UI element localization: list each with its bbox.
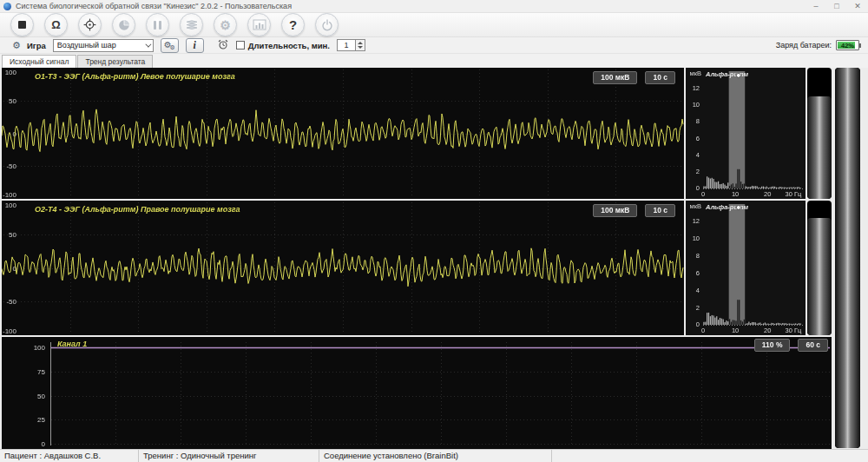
spectrum-canvas	[686, 68, 806, 199]
bar-chart-icon	[253, 19, 266, 30]
battery-label: Заряд батареи:	[776, 41, 832, 50]
spectrum-panel-left	[686, 68, 806, 199]
status-patient: Пациент : Авдашков С.В.	[0, 450, 139, 462]
power-button[interactable]	[315, 13, 339, 36]
status-training: Тренинг : Одиночный тренинг	[139, 450, 319, 462]
status-empty	[552, 450, 868, 462]
scale-badge: 100 мкВ	[593, 204, 637, 217]
title-bar: Система биологической обратной связи "Ки…	[0, 0, 868, 13]
battery-nub	[859, 43, 861, 48]
app-logo-icon	[3, 3, 11, 10]
info-icon: i	[194, 39, 196, 52]
eeg-waveform-canvas	[2, 201, 684, 335]
level-bar-left	[807, 68, 832, 199]
level-fill	[807, 218, 832, 335]
layers-icon	[185, 19, 199, 31]
calibration-button[interactable]	[78, 13, 102, 36]
settings-button[interactable]: ⚙	[214, 13, 237, 36]
scale-badge: 100 мкВ	[593, 71, 637, 84]
eeg-chart-title: O2-T4 - ЭЭГ (Альфа-ритм) Правое полушари…	[35, 205, 240, 214]
game-info-button[interactable]: i	[186, 38, 204, 53]
level-fill	[807, 96, 832, 199]
close-button[interactable]: ✕	[847, 0, 868, 12]
duration-label: Длительность, мин.	[248, 41, 330, 50]
game-options-button[interactable]: ⚙⚙	[161, 38, 179, 53]
status-bar: Пациент : Авдашков С.В. Тренинг : Одиноч…	[0, 449, 868, 462]
target-icon	[83, 18, 96, 31]
channel-row-1: O1-T3 - ЭЭГ (Альфа-ритм) Левое полушарие…	[2, 68, 866, 199]
duration-value[interactable]: 1	[337, 39, 356, 51]
trend-canvas	[2, 337, 832, 449]
question-icon: ?	[289, 18, 297, 31]
tab-bar: Исходный сигнал Тренд результата	[0, 54, 868, 68]
pie-chart-icon	[118, 19, 130, 31]
spectrum-panel-right	[686, 201, 806, 335]
trend-title: Канал 1	[57, 340, 87, 348]
game-select-value: Воздушный шар	[57, 41, 116, 50]
window-title: Система биологической обратной связи "Ки…	[16, 2, 292, 10]
level-fill	[835, 68, 860, 448]
stop-button[interactable]	[10, 13, 34, 36]
trend-scale-badge: 110 %	[754, 339, 791, 352]
tab-result-trend[interactable]: Тренд результата	[77, 55, 153, 68]
time-badge: 10 с	[645, 71, 675, 84]
chevron-down-icon	[145, 41, 151, 47]
time-badge: 10 с	[645, 204, 675, 217]
trend-time-badge: 60 с	[798, 339, 828, 352]
game-settings-gear-icon: ⚙	[12, 41, 21, 50]
spinner-up-icon[interactable]	[358, 42, 363, 44]
eeg-chart-left: O1-T3 - ЭЭГ (Альфа-ритм) Левое полушарие…	[2, 68, 684, 199]
app-window: Система биологической обратной связи "Ки…	[0, 0, 868, 462]
impedance-button[interactable]: Ω	[44, 13, 68, 36]
gear-icon: ⚙	[220, 19, 231, 31]
power-icon	[321, 19, 333, 31]
eeg-waveform-canvas	[2, 68, 684, 199]
eeg-chart-title: O1-T3 - ЭЭГ (Альфа-ритм) Левое полушарие…	[35, 72, 235, 81]
duration-checkbox[interactable]	[236, 41, 245, 50]
level-bar-right	[807, 201, 832, 335]
pause-icon	[153, 20, 162, 30]
trend-chart: Канал 1 110 % 60 с	[2, 337, 832, 449]
stop-icon	[18, 21, 26, 29]
overall-level-bar	[835, 68, 860, 448]
duration-spinner[interactable]: 1	[337, 39, 365, 51]
battery-indicator: 42%	[836, 40, 859, 50]
eeg-chart-right: O2-T4 - ЭЭГ (Альфа-ритм) Правое полушари…	[2, 201, 684, 335]
battery-percent: 42%	[837, 41, 858, 50]
spinner-arrows[interactable]	[356, 39, 365, 51]
game-label: Игра	[27, 41, 46, 50]
help-button[interactable]: ?	[281, 13, 305, 36]
tab-source-signal[interactable]: Исходный сигнал	[2, 55, 76, 68]
status-connection: Соединение установлено (BrainBit)	[319, 450, 552, 462]
alarm-clock-icon	[218, 39, 228, 51]
statistics-button[interactable]	[247, 13, 271, 36]
omega-icon: Ω	[51, 19, 60, 30]
layers-button[interactable]	[180, 13, 203, 36]
spinner-down-icon[interactable]	[358, 46, 363, 49]
channel-row-2: O2-T4 - ЭЭГ (Альфа-ритм) Правое полушари…	[2, 201, 866, 335]
trend-row: Канал 1 110 % 60 с	[2, 337, 866, 449]
minimize-button[interactable]: –	[806, 0, 826, 12]
maximize-button[interactable]: □	[826, 0, 847, 12]
main-area: O1-T3 - ЭЭГ (Альфа-ритм) Левое полушарие…	[2, 68, 866, 449]
pause-button[interactable]	[146, 13, 169, 36]
main-toolbar: Ω ⚙ ?	[0, 13, 868, 37]
spectrum-canvas	[686, 201, 806, 335]
game-select[interactable]: Воздушный шар	[53, 39, 154, 52]
gears-icon-small: ⚙	[170, 44, 175, 50]
session-button[interactable]	[112, 13, 135, 36]
game-bar: ⚙ Игра Воздушный шар ⚙⚙ i Длительность, …	[0, 37, 868, 54]
